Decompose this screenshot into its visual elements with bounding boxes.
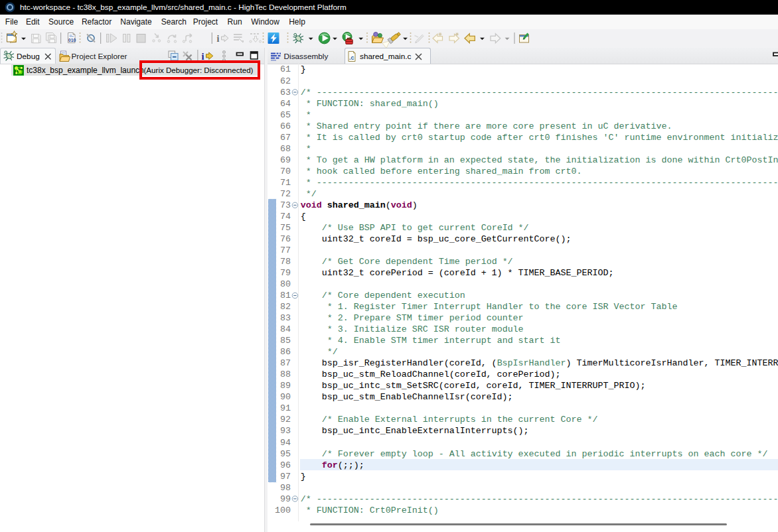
- svg-text:.c: .c: [349, 54, 354, 61]
- svg-text:i: i: [217, 34, 220, 44]
- svg-text:010: 010: [68, 38, 76, 42]
